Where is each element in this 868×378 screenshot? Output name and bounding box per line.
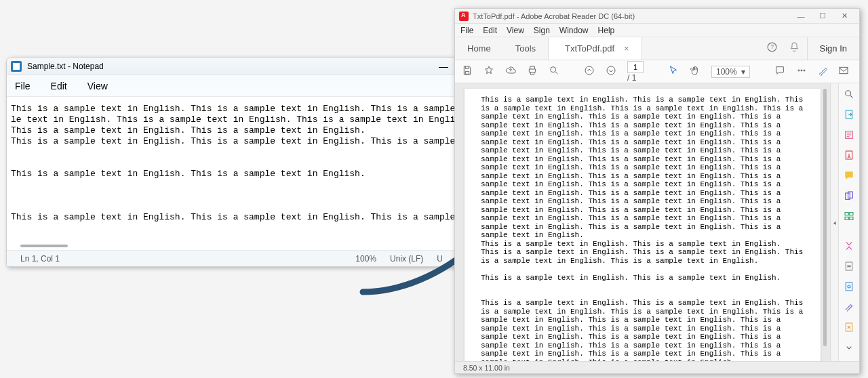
acrobat-statusbar: 8.50 x 11.00 in: [455, 361, 859, 373]
comment-tool-icon[interactable]: [843, 170, 855, 181]
sign-in-button[interactable]: Sign In: [807, 37, 859, 60]
close-icon[interactable]: ✕: [833, 9, 855, 24]
edit-pdf-icon[interactable]: [843, 129, 855, 140]
menu-edit[interactable]: Edit: [51, 81, 67, 91]
menu-help[interactable]: Help: [598, 26, 615, 35]
hand-pan-icon[interactable]: [690, 65, 701, 78]
svg-rect-21: [850, 217, 853, 219]
acrobat-titlebar[interactable]: TxtToPdf.pdf - Adobe Acrobat Reader DC (…: [455, 9, 859, 24]
status-zoom: 100%: [349, 254, 383, 264]
acrobat-right-sidebar: [839, 83, 859, 361]
svg-point-6: [798, 70, 800, 71]
notepad-menubar: File Edit View: [7, 75, 456, 97]
tab-close-icon[interactable]: ×: [624, 43, 629, 54]
sidebar-collapse-toggle[interactable]: ◂: [831, 83, 839, 361]
tab-document[interactable]: TxtToPdf.pdf ×: [548, 37, 642, 60]
menu-window[interactable]: Window: [559, 26, 589, 35]
svg-rect-18: [845, 213, 848, 215]
svg-rect-9: [840, 67, 848, 73]
pen-sign-icon[interactable]: [818, 65, 829, 78]
more-icon[interactable]: [796, 65, 807, 78]
page-up-icon[interactable]: [584, 65, 595, 78]
svg-point-5: [607, 66, 615, 75]
star-icon[interactable]: [484, 65, 494, 78]
account-icon[interactable]: [859, 65, 860, 78]
svg-point-7: [801, 70, 802, 71]
menu-file[interactable]: File: [15, 81, 31, 91]
page-down-icon[interactable]: [606, 65, 616, 78]
svg-rect-17: [848, 192, 853, 198]
status-cursor: Ln 1, Col 1: [14, 254, 66, 264]
status-eol: Unix (LF): [383, 254, 430, 264]
minimize-icon[interactable]: —: [790, 9, 812, 24]
acrobat-tabrow: Home Tools TxtToPdf.pdf × ? Sign In: [455, 37, 859, 60]
acrobat-app-icon: [459, 12, 469, 21]
maximize-icon[interactable]: ☐: [812, 9, 833, 24]
svg-rect-24: [846, 282, 852, 291]
chevron-down-icon: ▾: [741, 67, 745, 77]
bell-icon[interactable]: [789, 41, 800, 56]
zoom-tool-icon[interactable]: [843, 89, 855, 100]
print-icon[interactable]: [527, 65, 538, 78]
create-pdf-icon[interactable]: [843, 150, 855, 161]
svg-rect-16: [846, 193, 850, 199]
notepad-statusbar: Ln 1, Col 1 100% Unix (LF) U: [7, 250, 456, 266]
notepad-app-icon: [11, 61, 22, 72]
tab-document-label: TxtToPdf.pdf: [565, 43, 614, 54]
svg-rect-19: [850, 213, 853, 215]
page-total-sep: /: [627, 73, 632, 83]
cloud-upload-icon[interactable]: [505, 65, 516, 78]
svg-rect-23: [847, 266, 850, 268]
menu-view[interactable]: View: [507, 26, 524, 35]
page-number-box: / 1: [627, 61, 644, 83]
acrobat-menubar: File Edit View Sign Window Help: [455, 24, 859, 37]
convert-pdf-icon[interactable]: [843, 322, 855, 333]
chevron-left-icon: ◂: [833, 219, 836, 226]
page-current-input[interactable]: [627, 61, 644, 73]
save-icon[interactable]: [462, 65, 473, 78]
mail-icon[interactable]: [838, 65, 849, 78]
svg-point-25: [848, 285, 850, 288]
menu-view[interactable]: View: [87, 81, 108, 91]
svg-point-8: [804, 70, 805, 71]
export-pdf-icon[interactable]: [843, 109, 855, 120]
zoom-select[interactable]: 100% ▾: [711, 66, 750, 78]
acrobat-window: TxtToPdf.pdf - Adobe Acrobat Reader DC (…: [454, 8, 860, 374]
selection-arrow-icon[interactable]: [668, 65, 679, 78]
svg-rect-20: [845, 217, 848, 219]
combine-files-icon[interactable]: [843, 190, 855, 201]
organize-pages-icon[interactable]: [843, 211, 855, 222]
vertical-scrollbar[interactable]: [822, 89, 829, 346]
menu-file[interactable]: File: [460, 26, 473, 35]
notepad-horizontal-scrollbar[interactable]: [20, 245, 68, 247]
tab-tools[interactable]: Tools: [503, 37, 548, 60]
acrobat-toolbar: / 1 100% ▾: [455, 60, 859, 83]
page-dimensions: 8.50 x 11.00 in: [463, 364, 510, 372]
document-viewport[interactable]: This is a sample text in English. This i…: [455, 83, 831, 361]
menu-edit[interactable]: Edit: [483, 26, 497, 35]
svg-point-12: [846, 91, 851, 96]
help-icon[interactable]: ?: [766, 41, 778, 56]
notepad-text-area[interactable]: This is a sample text in English. This i…: [7, 97, 456, 250]
pdf-page-content: This is a sample text in English. This i…: [465, 89, 821, 361]
protect-icon[interactable]: [843, 281, 855, 292]
notepad-titlebar[interactable]: Sample.txt - Notepad —: [7, 58, 456, 75]
fill-sign-icon[interactable]: [843, 301, 855, 312]
page-total: 1: [632, 73, 637, 83]
redact-icon[interactable]: [843, 261, 855, 272]
menu-sign[interactable]: Sign: [534, 26, 550, 35]
zoom-value: 100%: [716, 67, 737, 77]
svg-point-3: [551, 67, 556, 72]
acrobat-title: TxtToPdf.pdf - Adobe Acrobat Reader DC (…: [473, 12, 635, 20]
comment-icon[interactable]: [774, 65, 785, 78]
chevron-down-icon[interactable]: [843, 342, 855, 353]
search-icon[interactable]: [549, 65, 559, 78]
status-encoding: U: [430, 254, 450, 264]
notepad-title: Sample.txt - Notepad: [27, 62, 104, 71]
svg-text:?: ?: [770, 43, 774, 50]
notepad-window: Sample.txt - Notepad — File Edit View Th…: [6, 57, 457, 267]
compress-pdf-icon[interactable]: [843, 240, 855, 251]
svg-point-4: [585, 66, 593, 75]
minimize-icon[interactable]: —: [439, 62, 448, 71]
tab-home[interactable]: Home: [455, 37, 503, 60]
